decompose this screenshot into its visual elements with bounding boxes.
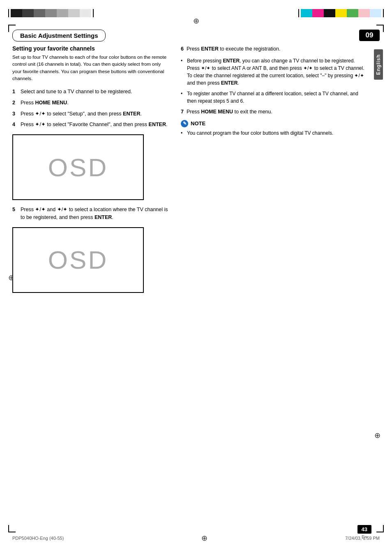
step-7: 7 Press HOME MENU to exit the menu. <box>181 108 367 116</box>
top-bar-right-segments <box>298 9 384 17</box>
language-label: English <box>376 54 381 75</box>
osd-label-1: OSD <box>48 153 108 182</box>
step-1-number: 1 <box>12 88 18 96</box>
step-5: 5 Press ✦/✦ and ✦/✦ to select a location… <box>12 206 168 221</box>
step-4: 4 Press ✦/✦ to select "Favorite Channel"… <box>12 121 168 129</box>
page-language-sub: En <box>357 534 371 539</box>
left-column: Setting your favorite channels Set up to… <box>12 45 168 299</box>
page-header: Basic Adjustment Settings 09 <box>12 27 380 44</box>
note-header: ✎ NOTE <box>181 120 367 127</box>
crosshair-bottom-icon: ⊕ <box>201 534 208 543</box>
osd-display-2: OSD <box>12 227 144 293</box>
page-number-container: 43 En <box>357 525 371 539</box>
right-column: 6 Press ENTER to execute the registratio… <box>181 45 367 299</box>
step-5-text: Press ✦/✦ and ✦/✦ to select a location w… <box>21 206 168 221</box>
two-column-layout: Setting your favorite channels Set up to… <box>12 45 367 299</box>
step-3: 3 Press ✦/✦ to select "Setup", and then … <box>12 110 168 118</box>
step-1-text: Select and tune to a TV channel to be re… <box>21 88 132 96</box>
note-icon: ✎ <box>181 120 188 127</box>
note-bullet-text: You cannot program the four color button… <box>187 129 333 137</box>
bullet-2-text: To register another TV channel at a diff… <box>187 90 367 105</box>
step-5-number: 5 <box>12 206 18 221</box>
bottom-bar: PDP5040HO-Eng (40-55) ⊕ 7/24/03, 1:59 PM <box>12 534 380 543</box>
step-1: 1 Select and tune to a TV channel to be … <box>12 88 168 96</box>
step-2-number: 2 <box>12 99 18 107</box>
section-title: Setting your favorite channels <box>12 45 168 52</box>
bottom-file-left: PDP5040HO-Eng (40-55) <box>12 536 64 541</box>
step-6-bullet-1: • Before pressing ENTER, you can also ch… <box>181 57 367 87</box>
step-2: 2 Press HOME MENU. <box>12 99 168 107</box>
note-bullet-icon: • <box>181 129 185 137</box>
step-4-text: Press ✦/✦ to select "Favorite Channel", … <box>21 121 167 129</box>
top-decorative-bar: ⊕ <box>0 7 392 19</box>
note-section: ✎ NOTE • You cannot program the four col… <box>181 120 367 137</box>
step-3-text: Press ✦/✦ to select "Setup", and then pr… <box>21 110 142 118</box>
step-6: 6 Press ENTER to execute the registratio… <box>181 45 367 53</box>
page-number-badge: 43 <box>357 525 371 534</box>
page-title: Basic Adjustment Settings <box>12 30 106 41</box>
note-bullet-1: • You cannot program the four color butt… <box>181 129 367 137</box>
chapter-number: 09 <box>359 30 380 41</box>
section-description: Set up to four TV channels to each of th… <box>12 54 168 82</box>
corner-mark-bl <box>8 525 16 532</box>
corner-mark-br <box>376 525 384 532</box>
step-6-bullet-2: • To register another TV channel at a di… <box>181 90 367 105</box>
crosshair-top-icon: ⊕ <box>193 16 199 25</box>
step-2-text: Press HOME MENU. <box>21 99 69 107</box>
top-bar-left-segments <box>8 9 94 17</box>
bullet-icon-2: • <box>181 90 185 105</box>
step-3-number: 3 <box>12 110 18 118</box>
step-4-number: 4 <box>12 121 18 129</box>
language-sidebar: English <box>374 49 383 80</box>
note-label: NOTE <box>191 120 205 127</box>
bullet-1-text: Before pressing ENTER, you can also chan… <box>187 57 367 87</box>
main-content: Setting your favorite channels Set up to… <box>12 45 367 299</box>
osd-display-1: OSD <box>12 134 144 200</box>
osd-label-2: OSD <box>48 245 108 274</box>
bullet-icon-1: • <box>181 57 185 87</box>
crosshair-right-icon: ⊕ <box>374 431 380 440</box>
